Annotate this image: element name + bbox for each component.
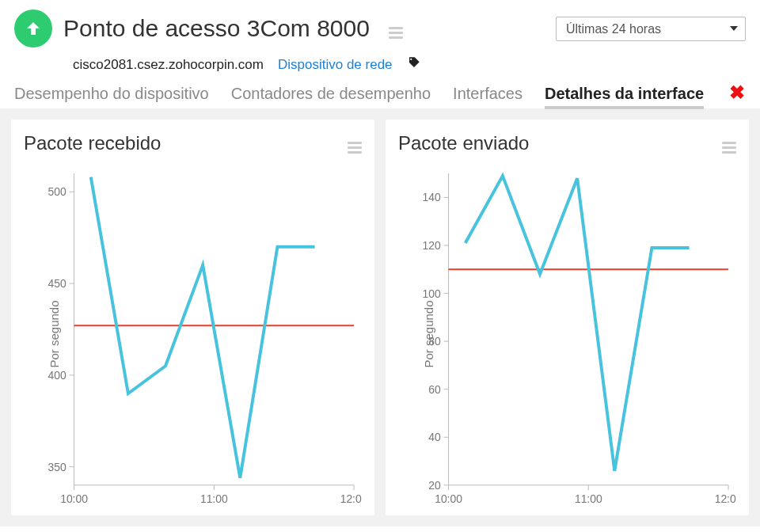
svg-text:12:00: 12:00 xyxy=(340,492,362,505)
card-pacote-recebido: Pacote recebido Por segundo 350400450500… xyxy=(11,120,374,515)
hamburger-icon xyxy=(722,142,736,154)
tab-desempenho-dispositivo[interactable]: Desempenho do dispositivo xyxy=(14,85,209,106)
chart-menu-recebido[interactable] xyxy=(348,133,362,154)
chart-recebido: Por segundo 35040045050010:0011:0012:00 xyxy=(24,159,362,509)
y-axis-label: Por segundo xyxy=(422,300,435,367)
card-pacote-enviado: Pacote enviado Por segundo 2040608010012… xyxy=(386,120,749,515)
svg-text:12:00: 12:00 xyxy=(715,492,736,505)
chart-title-enviado: Pacote enviado xyxy=(398,132,529,154)
tab-detalhes-interface[interactable]: Detalhes da interface xyxy=(545,85,704,109)
svg-text:500: 500 xyxy=(48,185,66,198)
svg-text:400: 400 xyxy=(48,369,66,382)
chart-title-recebido: Pacote recebido xyxy=(24,132,161,154)
svg-text:11:00: 11:00 xyxy=(575,492,602,505)
host-name: cisco2081.csez.zohocorpin.com xyxy=(73,57,264,73)
svg-text:20: 20 xyxy=(428,479,441,492)
svg-text:100: 100 xyxy=(422,287,440,299)
hamburger-icon xyxy=(389,27,403,39)
svg-text:10:00: 10:00 xyxy=(435,492,462,505)
close-tab-button[interactable]: ✖ xyxy=(726,82,745,104)
hamburger-icon xyxy=(348,142,362,154)
svg-text:350: 350 xyxy=(48,461,66,473)
svg-text:11:00: 11:00 xyxy=(200,492,228,505)
svg-text:120: 120 xyxy=(422,239,440,252)
chart-enviado: Por segundo 2040608010012014010:0011:001… xyxy=(398,159,736,509)
svg-text:140: 140 xyxy=(422,191,440,203)
svg-text:10:00: 10:00 xyxy=(60,492,88,505)
time-range-select[interactable]: Últimas 24 horas xyxy=(556,17,746,41)
y-axis-label: Por segundo xyxy=(48,300,61,367)
device-type-link[interactable]: Dispositivo de rede xyxy=(278,57,393,73)
page-title: Ponto de acesso 3Com 8000 xyxy=(63,15,370,42)
svg-text:60: 60 xyxy=(428,383,441,396)
status-up-icon xyxy=(14,10,52,48)
svg-text:450: 450 xyxy=(48,277,66,290)
tag-icon[interactable] xyxy=(407,55,421,74)
tab-contadores-desempenho[interactable]: Contadores de desempenho xyxy=(231,85,431,106)
chart-menu-enviado[interactable] xyxy=(722,133,736,154)
svg-text:40: 40 xyxy=(428,431,441,443)
device-options-menu[interactable] xyxy=(389,18,403,39)
tab-bar: Desempenho do dispositivo Contadores de … xyxy=(0,82,760,108)
tab-interfaces[interactable]: Interfaces xyxy=(453,85,522,106)
